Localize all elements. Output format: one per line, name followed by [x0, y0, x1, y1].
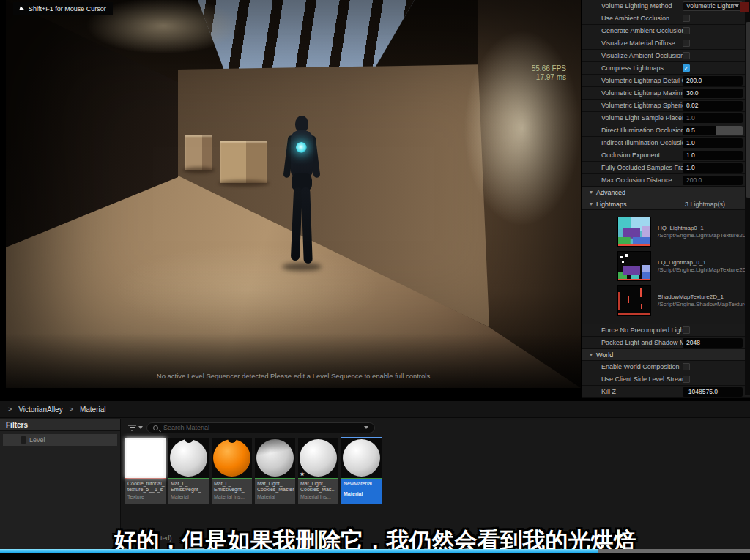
section-world[interactable]: ▾ World — [582, 349, 750, 361]
section-label: World — [596, 351, 613, 359]
mouse-cursor-hint: Shift+F1 for Mouse Cursor — [13, 2, 113, 15]
checkbox-compress-lightmaps[interactable] — [683, 64, 690, 72]
checkbox-enable-world-composition[interactable] — [683, 363, 690, 370]
property-row: Fully Occluded Samples Fraction 1.0 — [582, 162, 750, 174]
lightmap-thumbnail — [617, 251, 651, 281]
field-detail-cell-size[interactable]: 200.0 — [683, 76, 743, 86]
property-row: Volume Light Sample Placement S.. 1.0 — [582, 112, 750, 124]
video-progress-bar[interactable] — [0, 549, 750, 553]
lightmaps-count: 3 Lightmap(s) — [685, 201, 725, 208]
chevron-down-icon — [735, 4, 739, 7]
property-label: Volumetric Lightmap Spherical Har.. — [601, 102, 683, 109]
property-label: Visualize Material Diffuse — [601, 40, 683, 47]
section-advanced[interactable]: ▾ Advanced — [582, 187, 750, 198]
breadcrumb: > VictorianAlley > Material — [0, 401, 750, 418]
filter-item-level[interactable]: Level — [3, 434, 117, 446]
field-indirect-illumination-occlusion[interactable]: 1.0 — [683, 138, 743, 148]
checkbox-visualize-ambient-occlusion[interactable] — [683, 52, 690, 59]
lightmap-item[interactable]: ShadowMapTexture2D_1 /Script/Engine.Shad… — [617, 285, 750, 316]
asset-tile-cookies-instance[interactable]: ★ Mat_Light_ Cookies_Mas... Material Ins… — [298, 438, 338, 504]
filter-bars-icon — [128, 425, 136, 431]
asset-tile-cookies-master[interactable]: Mat_Light_ Cookies_Master Material — [255, 438, 295, 504]
field-maximum-brightness[interactable]: 30.0 — [683, 89, 743, 98]
section-label: Advanced — [596, 189, 625, 196]
property-row: Direct Illumination Occlusion Fracti.. 0… — [582, 124, 750, 137]
property-row: Occlusion Exponent 1.0 — [582, 149, 750, 162]
property-row: Enable World Composition — [582, 361, 750, 373]
material-sphere-preview — [256, 439, 294, 477]
asset-label: NewMaterial Material — [341, 479, 382, 504]
asset-name: texture_5__1_s — [127, 487, 163, 493]
lightmap-thumbnail — [617, 217, 651, 247]
property-label: Generate Ambient Occlusion Materi.. — [601, 27, 683, 34]
lightmap-name: LQ_Lightmap_0_1 — [658, 259, 746, 266]
property-label: Fully Occluded Samples Fraction — [601, 164, 683, 171]
field-max-occlusion-distance[interactable]: 200.0 — [683, 176, 743, 185]
viewport-vignette — [6, 0, 581, 388]
property-label: Occlusion Exponent — [601, 152, 683, 159]
field-kill-z[interactable]: -1048575.0 — [683, 387, 743, 397]
field-occlusion-exponent[interactable]: 1.0 — [683, 151, 743, 160]
field-sample-placement[interactable]: 1.0 — [683, 113, 743, 123]
filter-icon[interactable] — [128, 425, 143, 431]
viewport-3d[interactable]: Shift+F1 for Mouse Cursor 55.66 FPS 17.9… — [6, 0, 581, 388]
breadcrumb-victorianalley[interactable]: VictorianAlley — [18, 406, 62, 414]
section-lightmaps[interactable]: ▾ Lightmaps 3 Lightmap(s) — [582, 198, 750, 210]
asset-type: Material Ins... — [214, 494, 250, 500]
asset-label: Mat_Light_ Cookies_Master Material — [255, 479, 295, 504]
material-sphere-preview — [300, 439, 337, 477]
chevron-down-icon — [138, 426, 143, 429]
chevron-down-icon — [364, 426, 368, 429]
cursor-arrow-icon — [19, 6, 25, 12]
property-label: Force No Precomputed Lighting — [601, 326, 683, 334]
asset-thumbnail — [212, 438, 252, 478]
property-label: Kill Z — [601, 388, 683, 395]
property-row: Use Ambient Occlusion — [582, 12, 750, 25]
fps-counter: 55.66 FPS 17.97 ms — [532, 64, 566, 82]
dropdown-value: Volumetric Lightmap — [686, 2, 735, 10]
lightmap-path: /Script/Engine.LightMapTexture2D — [658, 266, 746, 274]
lightmap-item[interactable]: HQ_Lightmap0_1 /Script/Engine.LightMapTe… — [617, 216, 750, 247]
property-row: Packed Light and Shadow Map Textur.. 204… — [582, 337, 750, 349]
scrollbar-thumb[interactable] — [746, 22, 750, 198]
search-input[interactable] — [162, 423, 360, 432]
asset-name: Mat_Light_ — [300, 481, 336, 487]
field-direct-illumination-occlusion[interactable]: 0.5 — [683, 126, 743, 135]
asset-tile-mat-emissive[interactable]: Mat_L_ Emissiveght_ Material — [168, 438, 209, 504]
checkbox-client-side-level-streaming[interactable] — [683, 376, 690, 383]
lightmap-item[interactable]: LQ_Lightmap_0_1 /Script/Engine.LightMapT… — [617, 250, 750, 282]
property-row: Visualize Material Diffuse — [582, 37, 750, 50]
volume-lighting-method-dropdown[interactable]: Volumetric Lightmap — [683, 1, 743, 11]
property-label: Max Occlusion Distance — [601, 176, 683, 184]
expander-triangle-icon: ▾ — [590, 201, 593, 207]
lightmap-name: ShadowMapTexture2D_1 — [658, 294, 750, 301]
property-row: Visualize Ambient Occlusion — [582, 50, 750, 62]
property-row: Volumetric Lightmap Detail Cell Size 200… — [582, 75, 750, 87]
asset-tile-newmaterial-selected[interactable]: NewMaterial Material — [341, 438, 382, 504]
texture-preview — [127, 440, 163, 476]
property-label: Volumetric Lightmap Maximum Bri.. — [601, 89, 683, 97]
property-row: Force No Precomputed Lighting — [582, 324, 750, 337]
checkbox-visualize-material-diffuse[interactable] — [683, 40, 690, 47]
material-sphere-preview — [343, 439, 380, 477]
checkbox-force-no-precomputed-lighting[interactable] — [683, 326, 690, 334]
breadcrumb-material[interactable]: Material — [80, 406, 106, 414]
field-packed-light-shadow-map[interactable]: 2048 — [683, 338, 743, 348]
asset-tile-mat-emissive-instance[interactable]: Mat_L_ Emissiveght_ Material Ins... — [212, 438, 252, 504]
asset-name: Cookies_Mas... — [300, 487, 336, 493]
checkbox-generate-ao-material[interactable] — [683, 27, 690, 34]
search-icon — [153, 425, 158, 430]
property-label: Volume Lighting Method — [601, 2, 683, 10]
lightmap-path: /Script/Engine.LightMapTexture2D — [658, 232, 746, 239]
asset-type: Material Ins... — [300, 494, 336, 500]
property-row: Max Occlusion Distance 200.0 — [582, 174, 750, 187]
field-fully-occluded-samples[interactable]: 1.0 — [683, 163, 743, 173]
property-row: Volumetric Lightmap Maximum Bri.. 30.0 — [582, 87, 750, 100]
checkbox-use-ambient-occlusion[interactable] — [683, 15, 690, 22]
panel-scrollbar[interactable] — [745, 0, 750, 395]
asset-name: Cookies_Master — [257, 487, 293, 493]
asset-tile-cookie-texture[interactable]: Cookie_tutorial_ texture_5__1_s Texture — [125, 438, 166, 504]
field-spherical-harmonic[interactable]: 0.02 — [683, 101, 743, 111]
asset-name: Mat_Light_ — [257, 481, 293, 487]
property-label: Use Client Side Level Streaming Volum.. — [601, 376, 683, 383]
